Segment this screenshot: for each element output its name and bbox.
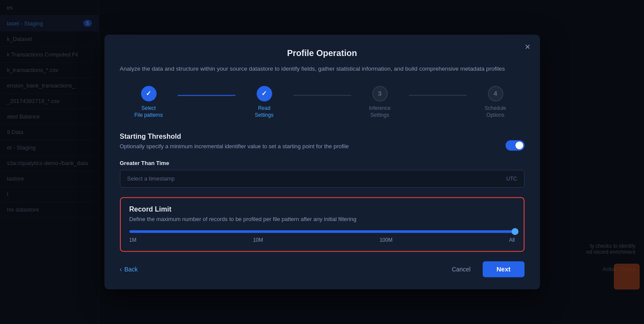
modal-description: Analyze the data and structure within yo… [120,64,525,74]
starting-threshold-desc: Optionally specify a minimum incremental… [120,143,349,150]
step-4-circle: 4 [488,86,503,101]
slider-thumb[interactable] [512,228,518,235]
slider-label-10m: 10M [253,237,263,243]
starting-threshold-toggle[interactable] [506,140,525,150]
modal-title: Profile Operation [120,48,525,58]
step-3-label: InferenceSettings [369,105,390,119]
footer-right: Cancel Next [445,262,524,277]
record-limit-desc: Define the maximum number of records to … [129,216,515,223]
step-2-label: ReadSettings [255,105,273,119]
slider-track [129,231,515,233]
starting-threshold-section: Starting Threshold Optionally specify a … [120,133,525,188]
greater-than-time-label: Greater Than Time [120,160,525,167]
connector-2-3 [293,95,351,96]
back-label: Back [124,266,138,273]
slider-label-100m: 100M [380,237,393,243]
slider-container: 1M 10M 100M All [129,231,515,243]
step-3-circle: 3 [372,86,388,101]
step-4: 4 ScheduleOptions [467,86,525,119]
step-3: 3 InferenceSettings [351,86,409,119]
utc-label: UTC [506,176,517,182]
connector-3-4 [409,95,467,96]
step-1-label: SelectFile patterns [134,105,163,119]
stepper: ✓ SelectFile patterns ✓ ReadSettings 3 I… [120,86,525,119]
step-1: ✓ SelectFile patterns [120,86,178,119]
timestamp-placeholder: Select a timestamp [127,176,175,182]
next-button[interactable]: Next [483,262,525,277]
starting-threshold-title: Starting Threshold [120,133,349,141]
close-button[interactable]: × [525,42,531,52]
connector-1-2 [178,95,236,96]
timestamp-input[interactable]: Select a timestamp UTC [120,170,525,188]
cancel-button[interactable]: Cancel [445,262,478,277]
step-4-label: ScheduleOptions [484,105,506,119]
record-limit-section: Record Limit Define the maximum number o… [120,197,525,252]
slider-labels: 1M 10M 100M All [129,237,515,243]
profile-operation-modal: × Profile Operation Analyze the data and… [104,34,540,289]
slider-label-all: All [509,237,515,243]
slider-label-1m: 1M [129,237,137,243]
step-1-circle: ✓ [141,86,157,101]
step-2-circle: ✓ [257,86,272,101]
modal-footer: ‹ Back Cancel Next [120,262,525,277]
slider-fill [129,231,515,233]
step-2: ✓ ReadSettings [236,86,293,119]
back-chevron-icon: ‹ [120,266,122,273]
back-button[interactable]: ‹ Back [120,266,138,273]
record-limit-title: Record Limit [129,206,515,214]
starting-threshold-header: Starting Threshold Optionally specify a … [120,133,525,158]
